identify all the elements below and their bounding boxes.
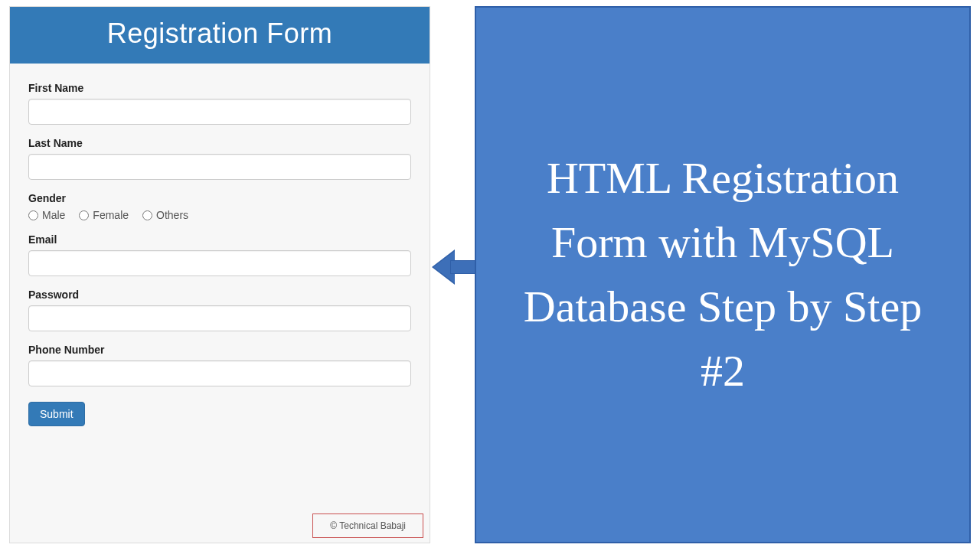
radio-others[interactable] xyxy=(142,210,152,220)
gender-options: Male Female Others xyxy=(28,209,411,221)
email-label: Email xyxy=(28,233,411,246)
form-title: Registration Form xyxy=(10,7,430,64)
phone-label: Phone Number xyxy=(28,344,411,356)
registration-form-panel: Registration Form First Name Last Name G… xyxy=(9,6,430,543)
last-name-input[interactable] xyxy=(28,154,411,180)
gender-option-female[interactable]: Female xyxy=(79,209,129,221)
radio-male-label: Male xyxy=(42,209,65,221)
password-group: Password xyxy=(28,289,411,331)
email-group: Email xyxy=(28,233,411,276)
password-label: Password xyxy=(28,289,411,301)
last-name-label: Last Name xyxy=(28,137,411,149)
radio-male[interactable] xyxy=(28,210,38,220)
last-name-group: Last Name xyxy=(28,137,411,180)
gender-group: Gender Male Female Others xyxy=(28,192,411,221)
first-name-input[interactable] xyxy=(28,99,411,125)
password-input[interactable] xyxy=(28,305,411,331)
phone-group: Phone Number xyxy=(28,344,411,386)
radio-female[interactable] xyxy=(79,210,89,220)
first-name-group: First Name xyxy=(28,82,411,125)
email-input[interactable] xyxy=(28,250,411,276)
form-body: First Name Last Name Gender Male Female xyxy=(10,64,430,434)
footer-credit: © Technical Babaji xyxy=(312,514,423,538)
promo-panel: HTML Registration Form with MySQL Databa… xyxy=(475,6,971,543)
submit-button[interactable]: Submit xyxy=(28,402,85,426)
gender-option-male[interactable]: Male xyxy=(28,209,65,221)
gender-option-others[interactable]: Others xyxy=(142,209,188,221)
first-name-label: First Name xyxy=(28,82,411,94)
promo-text: HTML Registration Form with MySQL Databa… xyxy=(499,146,946,403)
gender-label: Gender xyxy=(28,192,411,204)
radio-female-label: Female xyxy=(93,209,129,221)
radio-others-label: Others xyxy=(156,209,188,221)
phone-input[interactable] xyxy=(28,360,411,386)
